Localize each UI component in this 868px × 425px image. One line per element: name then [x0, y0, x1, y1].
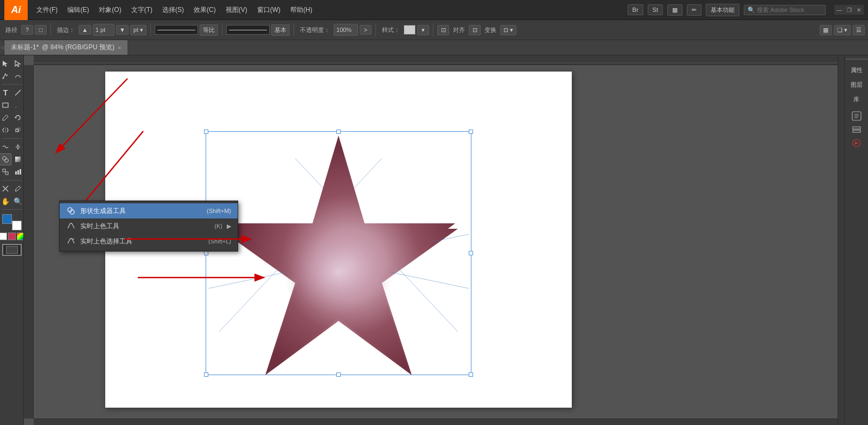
stock-btn[interactable]: St [648, 4, 663, 15]
panels-layout-btn[interactable]: ▦ [820, 25, 832, 35]
scroll-bottom[interactable] [34, 418, 838, 425]
eyedropper-tool-btn[interactable] [12, 183, 24, 195]
libraries-icon[interactable] [851, 137, 863, 149]
direct-select-tool-btn[interactable] [12, 57, 24, 69]
path-label: 路径 [3, 26, 20, 34]
tool-row-shapebuilder [1, 153, 22, 165]
foreground-color-box[interactable] [2, 214, 12, 224]
gradient-swatch[interactable] [17, 233, 24, 240]
stroke-down-btn[interactable]: ▼ [116, 25, 129, 35]
menu-help[interactable]: 帮助(H) [286, 3, 317, 17]
properties-icon[interactable] [851, 110, 863, 122]
maximize-btn[interactable]: ❐ [844, 5, 854, 15]
libraries-panel-btn[interactable]: 库 [852, 93, 860, 106]
pen-icon-btn[interactable]: ✏ [687, 4, 701, 16]
color-swatches [0, 233, 24, 240]
layers-icon[interactable] [851, 124, 863, 136]
ctx-live-paint[interactable]: 实时上色工具 (K) ▶ [60, 218, 238, 234]
main-layout: T [0, 55, 868, 425]
ctx-live-paint-arrow: ▶ [227, 223, 231, 230]
tool-row-select [1, 57, 22, 69]
minimize-btn[interactable]: — [834, 5, 844, 15]
select-tool-btn[interactable] [0, 57, 11, 69]
svg-rect-13 [3, 169, 5, 172]
scroll-right[interactable] [838, 55, 844, 425]
props-panel-btn[interactable]: ❏ ▾ [834, 25, 851, 35]
tool-sep-2 [2, 138, 22, 139]
opacity-more-btn[interactable]: > [360, 25, 372, 35]
tool-row-pencil [1, 112, 22, 124]
rotate-tool-btn[interactable] [12, 112, 24, 124]
menu-effect[interactable]: 效果(C) [189, 3, 220, 17]
stroke-unit-btn[interactable]: pt ▾ [130, 25, 146, 35]
tab-item-1[interactable]: 未标题-1* @ 84% (RGB/GPU 预览) × [4, 40, 128, 55]
stroke-style-preview[interactable] [226, 25, 270, 35]
search-icon: 🔍 [748, 7, 755, 14]
menu-select[interactable]: 选择(S) [158, 3, 188, 17]
text-tool-btn[interactable]: T [0, 87, 11, 99]
menu-right: Br St ▦ ✏ 基本功能 🔍 — ❐ ✕ [628, 4, 864, 16]
brush-tool-btn[interactable] [12, 99, 24, 111]
stroke-up-btn[interactable]: ▲ [79, 25, 91, 35]
style-color-box[interactable] [404, 25, 416, 35]
screen-mode-btn[interactable] [2, 244, 22, 256]
ctx-shape-builder[interactable]: 形状生成器工具 (Shift+M) [60, 203, 238, 218]
tool-row-slice [1, 183, 22, 195]
panel-layout-btn[interactable]: ▦ [667, 4, 682, 16]
bridge-btn[interactable]: Br [628, 4, 643, 15]
path-type-btn[interactable]: ? [21, 25, 33, 35]
style-dropdown-btn[interactable]: ▾ [417, 25, 429, 35]
path-end-btn[interactable]: □ [35, 25, 47, 35]
pink-swatch[interactable] [8, 233, 16, 240]
symbol-tool-btn[interactable] [0, 166, 11, 178]
line-tool-btn[interactable] [12, 87, 24, 99]
stroke-preview[interactable] [155, 25, 198, 35]
menu-view[interactable]: 视图(V) [221, 3, 252, 17]
ctx-live-paint-select[interactable]: 实时上色选择工具 (Shift+L) [60, 234, 238, 249]
panel-toggle-icon: ◁ [1, 45, 4, 50]
align-btn[interactable]: ⊡ [437, 25, 449, 35]
menu-text[interactable]: 文字(T) [127, 3, 157, 17]
gradient-tool-btn[interactable] [12, 153, 24, 165]
screen-mode-icon [6, 246, 18, 254]
tab-close-btn[interactable]: × [118, 44, 121, 51]
background-color-box[interactable] [12, 221, 22, 230]
shape-builder-tool-btn[interactable] [0, 153, 11, 165]
ctx-live-paint-shortcut: (K) [214, 223, 222, 229]
menu-object[interactable]: 对象(O) [94, 3, 125, 17]
align-transform-section: ⊡ 对齐 ⊡ 变换 ⊡ ▾ [437, 25, 516, 35]
rect-tool-btn[interactable] [0, 99, 11, 111]
properties-panel-btn[interactable]: 属性 [850, 64, 864, 76]
width-tool-btn[interactable] [12, 141, 24, 153]
close-btn[interactable]: ✕ [854, 5, 864, 15]
transform-extra-btn[interactable]: ⊡ ▾ [500, 25, 516, 35]
menu-panel-btn[interactable]: ☰ [853, 25, 865, 35]
transform-btn[interactable]: ⊡ [469, 25, 481, 35]
tool-row-hand: ✋ 🔍 [1, 195, 22, 207]
search-input[interactable] [757, 7, 822, 13]
warp-tool-btn[interactable] [0, 141, 11, 153]
curvature-tool-btn[interactable] [12, 70, 24, 82]
mirror-tool-btn[interactable] [0, 124, 11, 136]
opacity-input[interactable] [334, 24, 358, 36]
chart-tool-btn[interactable] [12, 166, 24, 178]
workspace-btn[interactable]: 基本功能 [706, 4, 739, 16]
slice-tool-btn[interactable] [0, 183, 11, 195]
scale-tool-btn[interactable] [12, 124, 24, 136]
zoom-tool-btn[interactable]: 🔍 [12, 195, 24, 207]
pencil-tool-btn[interactable] [0, 112, 11, 124]
layers-panel-btn[interactable]: 图层 [850, 79, 864, 91]
stroke-type-btn[interactable]: 等比 [200, 24, 218, 36]
svg-point-29 [290, 229, 387, 315]
stroke-style-btn[interactable]: 基本 [271, 24, 290, 36]
stroke-value-input[interactable] [93, 24, 114, 36]
stroke-style-section: 基本 [226, 24, 290, 36]
menu-file[interactable]: 文件(F) [32, 3, 62, 17]
pen-tool-btn[interactable] [0, 70, 11, 82]
divider-2 [150, 23, 151, 36]
menu-edit[interactable]: 编辑(E) [63, 3, 93, 17]
menu-window[interactable]: 窗口(W) [253, 3, 285, 17]
white-swatch[interactable] [0, 233, 7, 240]
hand-tool-btn[interactable]: ✋ [0, 195, 11, 207]
ctx-live-paint-select-label: 实时上色选择工具 [80, 237, 204, 246]
